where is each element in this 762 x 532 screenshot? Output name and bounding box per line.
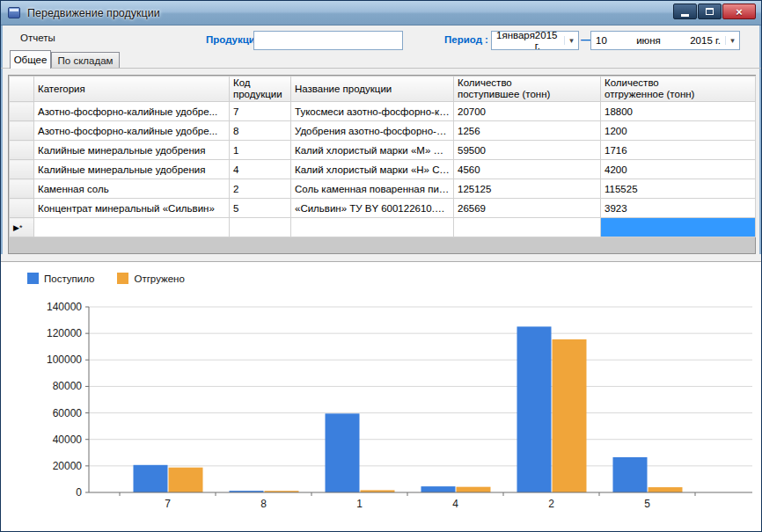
svg-text:100000: 100000 xyxy=(47,353,82,366)
grid-cell[interactable]: 20700 xyxy=(454,102,601,121)
grid-cell[interactable] xyxy=(454,218,601,237)
svg-text:120000: 120000 xyxy=(47,327,82,339)
grid-cell[interactable]: 4200 xyxy=(601,160,756,179)
minimize-icon xyxy=(681,14,689,17)
reports-menu[interactable]: Отчеты xyxy=(20,33,55,43)
selected-cell[interactable] xyxy=(601,218,756,237)
table-row: Калийные минеральные удобрения4Калий хло… xyxy=(10,160,756,179)
grid-cell[interactable]: Калий хлористый марки «М» СТО С... xyxy=(291,141,454,160)
date-from-month[interactable]: января xyxy=(502,30,534,51)
legend-item-received: Поступило xyxy=(27,273,94,284)
grid-cell[interactable]: Каменная соль xyxy=(34,179,230,199)
row-header[interactable] xyxy=(10,121,34,141)
bar-chart: 7814250200004000060000800001000001200001… xyxy=(1,262,762,532)
svg-text:20000: 20000 xyxy=(53,460,83,472)
grid-cell[interactable]: Концентрат минеральный «Сильвин» xyxy=(34,199,230,218)
grid-cell[interactable]: 59500 xyxy=(454,141,601,160)
grid-cell[interactable]: 4560 xyxy=(454,160,601,179)
shipped-swatch-icon xyxy=(117,273,128,284)
svg-text:0: 0 xyxy=(76,486,82,499)
column-header[interactable]: Количество поступившее (тонн) xyxy=(454,77,601,102)
grid-cell[interactable]: 5 xyxy=(230,199,291,218)
svg-text:80000: 80000 xyxy=(53,380,83,392)
tab-by-warehouse[interactable]: По складам xyxy=(51,52,120,69)
maximize-icon xyxy=(706,8,714,15)
grid-cell[interactable]: 8 xyxy=(230,121,291,141)
column-header[interactable]: Количество отгруженное (тонн) xyxy=(601,77,756,102)
grid-cell[interactable]: Калийные минеральные удобрения xyxy=(34,141,230,160)
title-bar[interactable]: Передвижение продукции × xyxy=(1,1,762,26)
received-swatch-icon xyxy=(27,273,39,284)
date-to-month[interactable]: июня xyxy=(636,35,661,46)
grid-cell[interactable]: 3923 xyxy=(601,199,756,218)
dropdown-arrow-icon[interactable]: ▾ xyxy=(725,36,739,45)
grid-cell[interactable]: 1716 xyxy=(601,141,756,160)
grid-cell[interactable]: Калийные минеральные удобрения xyxy=(34,160,230,179)
window-title: Передвижение продукции xyxy=(27,7,160,19)
date-from-picker[interactable]: 1 января 2015 г. ▾ xyxy=(491,31,579,50)
grid-cell[interactable]: 26569 xyxy=(454,199,601,218)
column-header[interactable]: Код продукции xyxy=(230,77,291,102)
column-header[interactable]: Категория xyxy=(34,77,230,102)
grid-cell[interactable]: 18800 xyxy=(601,102,756,121)
grid-body: Азотно-фосфорно-калийные удобре...7Тукос… xyxy=(10,102,756,237)
maximize-button[interactable] xyxy=(698,4,722,19)
date-from-year[interactable]: 2015 г. xyxy=(535,30,560,51)
tab-page-border xyxy=(1,68,762,69)
grid-cell[interactable]: 115525 xyxy=(601,179,756,199)
grid-cell[interactable] xyxy=(230,218,291,237)
tab-general[interactable]: Общее xyxy=(10,50,51,69)
dropdown-arrow-icon[interactable]: ▾ xyxy=(564,36,578,45)
row-header[interactable] xyxy=(10,160,34,179)
svg-text:140000: 140000 xyxy=(47,301,82,313)
svg-text:5: 5 xyxy=(644,498,650,510)
row-header[interactable] xyxy=(10,141,34,160)
svg-text:4: 4 xyxy=(452,498,458,510)
date-to-picker[interactable]: 10 июня 2015 г. ▾ xyxy=(590,31,740,50)
table-row: Концентрат минеральный «Сильвин»5«Сильви… xyxy=(10,199,756,218)
grid-cell[interactable]: Азотно-фосфорно-калийные удобре... xyxy=(34,102,230,121)
svg-text:1: 1 xyxy=(356,498,363,510)
product-input[interactable] xyxy=(253,31,403,50)
row-header[interactable] xyxy=(10,102,34,121)
app-window: Передвижение продукции × Отчеты Продукци… xyxy=(0,0,762,532)
splitter[interactable] xyxy=(1,254,762,261)
new-row: ▶* xyxy=(10,218,756,237)
table-row: Калийные минеральные удобрения1Калий хло… xyxy=(10,141,756,160)
minimize-button[interactable] xyxy=(673,4,697,19)
grid-cell[interactable]: Соль каменная поваренная пищева... xyxy=(291,179,454,199)
period-label: Период : xyxy=(444,34,488,45)
grid-cell[interactable]: 1256 xyxy=(454,121,601,141)
column-header[interactable]: Название продукции xyxy=(291,77,454,102)
row-header[interactable] xyxy=(10,199,34,218)
new-row-indicator[interactable]: ▶* xyxy=(10,218,34,237)
grid-cell[interactable]: 1200 xyxy=(601,121,756,141)
table-row: Азотно-фосфорно-калийные удобре...8Удобр… xyxy=(10,121,756,141)
svg-text:40000: 40000 xyxy=(53,434,83,446)
grid-cell[interactable] xyxy=(291,218,454,237)
grid-cell[interactable]: Калий хлористый марки «Н» СТО С... xyxy=(291,160,454,179)
grid-cell[interactable]: 125125 xyxy=(454,179,601,199)
chart-panel: 7814250200004000060000800001000001200001… xyxy=(1,261,762,532)
grid-corner-cell[interactable] xyxy=(10,77,34,102)
row-header[interactable] xyxy=(10,179,34,199)
legend-label: Поступило xyxy=(44,273,94,284)
grid-cell[interactable]: Удобрения азотно-фосфорно-калий... xyxy=(291,121,454,141)
app-icon xyxy=(8,7,20,18)
grid-cell[interactable]: 1 xyxy=(230,141,291,160)
grid-cell[interactable]: Азотно-фосфорно-калийные удобре... xyxy=(34,121,230,141)
grid-cell[interactable] xyxy=(34,218,230,237)
close-button[interactable]: × xyxy=(722,4,756,19)
grid-cell[interactable]: 7 xyxy=(230,102,291,121)
svg-text:60000: 60000 xyxy=(53,407,83,419)
grid-cell[interactable]: «Сильвин» ТУ BY 600122610.004-20... xyxy=(291,199,454,218)
grid-cell[interactable]: 4 xyxy=(230,160,291,179)
svg-text:2: 2 xyxy=(548,498,554,510)
date-to-day[interactable]: 10 xyxy=(596,35,607,46)
date-to-year[interactable]: 2015 г. xyxy=(690,35,721,46)
grid-cell[interactable]: Тукосмеси азотно-фосфорно-калий... xyxy=(291,102,454,121)
chart-legend: Поступило Отгружено xyxy=(27,273,185,284)
table-row: Каменная соль2Соль каменная поваренная п… xyxy=(10,179,756,199)
svg-text:8: 8 xyxy=(260,498,267,510)
grid-cell[interactable]: 2 xyxy=(230,179,291,199)
